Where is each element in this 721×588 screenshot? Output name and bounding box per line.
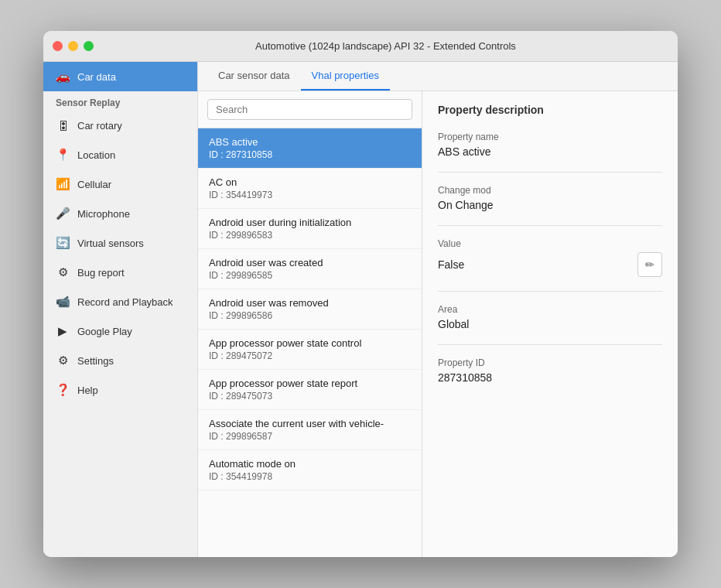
prop-name: App processor power state report — [209, 378, 411, 389]
property-item-android-user-init[interactable]: Android user during initialization ID : … — [198, 209, 422, 249]
maximize-button[interactable] — [84, 41, 94, 51]
sidebar-item-label: Location — [77, 149, 115, 161]
car-rotary-icon: 🎛 — [56, 119, 70, 132]
sidebar: 🚗 Car data Sensor Replay 🎛 Car rotary 📍 … — [43, 62, 198, 557]
sidebar-item-location[interactable]: 📍 Location — [43, 140, 197, 169]
prop-id: ID : 354419973 — [209, 190, 411, 200]
tab-vhal-properties[interactable]: Vhal properties — [301, 62, 390, 91]
sidebar-item-label: Settings — [77, 355, 114, 367]
prop-id: ID : 299896583 — [209, 230, 411, 241]
property-item-android-user-created[interactable]: Android user was created ID : 299896585 — [198, 249, 422, 289]
main-body: ABS active ID : 287310858 AC on ID : 354… — [198, 91, 678, 557]
area-value: Global — [438, 318, 662, 330]
property-items: ABS active ID : 287310858 AC on ID : 354… — [198, 128, 422, 557]
sidebar-item-label: Microphone — [77, 208, 130, 220]
value-value: False — [438, 258, 464, 271]
prop-id: ID : 354419978 — [209, 471, 411, 482]
virtual-sensors-icon: 🔄 — [56, 236, 70, 250]
sidebar-item-label: Bug report — [77, 267, 125, 279]
sidebar-item-help[interactable]: ❓ Help — [43, 375, 197, 405]
cellular-icon: 📶 — [56, 177, 70, 191]
title-bar: Automotive (1024p landscape) API 32 - Ex… — [43, 31, 678, 62]
detail-section-value: Value False ✏ — [438, 238, 662, 277]
window-title: Automotive (1024p landscape) API 32 - Ex… — [103, 40, 668, 52]
area-label: Area — [438, 304, 662, 315]
prop-name: Associate the current user with vehicle- — [209, 418, 411, 429]
property-item-abs-active[interactable]: ABS active ID : 287310858 — [198, 128, 422, 169]
edit-icon: ✏ — [645, 258, 654, 271]
property-item-android-user-removed[interactable]: Android user was removed ID : 299896586 — [198, 289, 422, 330]
detail-section-property-id: Property ID 287310858 — [438, 357, 662, 384]
value-label: Value — [438, 238, 662, 249]
help-icon: ❓ — [56, 383, 70, 397]
sidebar-item-label: Virtual sensors — [77, 238, 144, 249]
search-input[interactable] — [207, 99, 412, 120]
prop-name: Android user was removed — [209, 297, 411, 309]
edit-value-button[interactable]: ✏ — [637, 252, 662, 277]
divider-2 — [438, 225, 662, 226]
sidebar-item-bug-report[interactable]: ⚙ Bug report — [43, 258, 197, 287]
property-id-value: 287310858 — [438, 371, 662, 384]
tab-car-sensor-data[interactable]: Car sensor data — [207, 62, 301, 91]
prop-name: App processor power state control — [209, 337, 411, 349]
prop-id: ID : 299896585 — [209, 270, 411, 281]
prop-name: Automatic mode on — [209, 458, 411, 470]
detail-header: Property description — [438, 104, 662, 116]
sidebar-item-settings[interactable]: ⚙ Settings — [43, 346, 197, 375]
divider-4 — [438, 344, 662, 345]
prop-id: ID : 299896587 — [209, 431, 411, 442]
sidebar-item-label: Google Play — [77, 326, 132, 337]
bug-report-icon: ⚙ — [56, 265, 70, 279]
detail-section-property-name: Property name ABS active — [438, 132, 662, 158]
sidebar-item-label: Car rotary — [77, 120, 122, 132]
sidebar-item-label: Cellular — [77, 179, 111, 190]
property-item-assoc-user[interactable]: Associate the current user with vehicle-… — [198, 410, 422, 450]
prop-id: ID : 289475072 — [209, 350, 411, 361]
main-area: Car sensor data Vhal properties ABS acti… — [198, 62, 678, 557]
sensor-replay-label: Sensor Replay — [43, 91, 197, 111]
property-item-auto-mode-on[interactable]: Automatic mode on ID : 354419978 — [198, 450, 422, 491]
sidebar-item-microphone[interactable]: 🎤 Microphone — [43, 199, 197, 228]
prop-name: Android user was created — [209, 257, 411, 268]
tab-bar: Car sensor data Vhal properties — [198, 62, 678, 91]
property-list: ABS active ID : 287310858 AC on ID : 354… — [198, 91, 422, 557]
sidebar-item-car-data[interactable]: 🚗 Car data — [43, 62, 197, 91]
property-item-app-proc-control[interactable]: App processor power state control ID : 2… — [198, 330, 422, 370]
close-button[interactable] — [53, 41, 63, 51]
location-icon: 📍 — [56, 148, 70, 162]
detail-section-area: Area Global — [438, 304, 662, 330]
prop-name: ABS active — [209, 136, 411, 148]
sidebar-item-virtual-sensors[interactable]: 🔄 Virtual sensors — [43, 228, 197, 258]
detail-section-change-mod: Change mod On Change — [438, 185, 662, 211]
sidebar-item-cellular[interactable]: 📶 Cellular — [43, 169, 197, 199]
car-data-icon: 🚗 — [56, 70, 70, 84]
settings-icon: ⚙ — [56, 354, 70, 368]
prop-id: ID : 299896586 — [209, 310, 411, 321]
sidebar-item-label: Help — [77, 385, 98, 396]
divider-3 — [438, 291, 662, 292]
sidebar-item-label: Record and Playback — [77, 296, 173, 308]
divider-1 — [438, 172, 662, 173]
record-playback-icon: 📹 — [56, 295, 70, 309]
prop-id: ID : 289475073 — [209, 391, 411, 402]
google-play-icon: ▶ — [56, 324, 70, 338]
traffic-lights — [53, 41, 94, 51]
property-item-app-proc-report[interactable]: App processor power state report ID : 28… — [198, 370, 422, 410]
search-bar — [198, 91, 422, 128]
minimize-button[interactable] — [68, 41, 78, 51]
value-row: False ✏ — [438, 252, 662, 277]
sidebar-item-google-play[interactable]: ▶ Google Play — [43, 316, 197, 346]
property-id-label: Property ID — [438, 357, 662, 368]
sidebar-item-car-rotary[interactable]: 🎛 Car rotary — [43, 111, 197, 140]
property-name-label: Property name — [438, 132, 662, 142]
sidebar-item-label: Car data — [77, 71, 116, 83]
property-item-ac-on[interactable]: AC on ID : 354419973 — [198, 169, 422, 209]
content-area: 🚗 Car data Sensor Replay 🎛 Car rotary 📍 … — [43, 62, 678, 557]
main-window: Automotive (1024p landscape) API 32 - Ex… — [43, 31, 678, 557]
sidebar-item-record-playback[interactable]: 📹 Record and Playback — [43, 287, 197, 316]
prop-name: AC on — [209, 176, 411, 188]
microphone-icon: 🎤 — [56, 207, 70, 220]
property-detail: Property description Property name ABS a… — [422, 91, 678, 557]
change-mod-value: On Change — [438, 199, 662, 211]
prop-id: ID : 287310858 — [209, 149, 411, 160]
